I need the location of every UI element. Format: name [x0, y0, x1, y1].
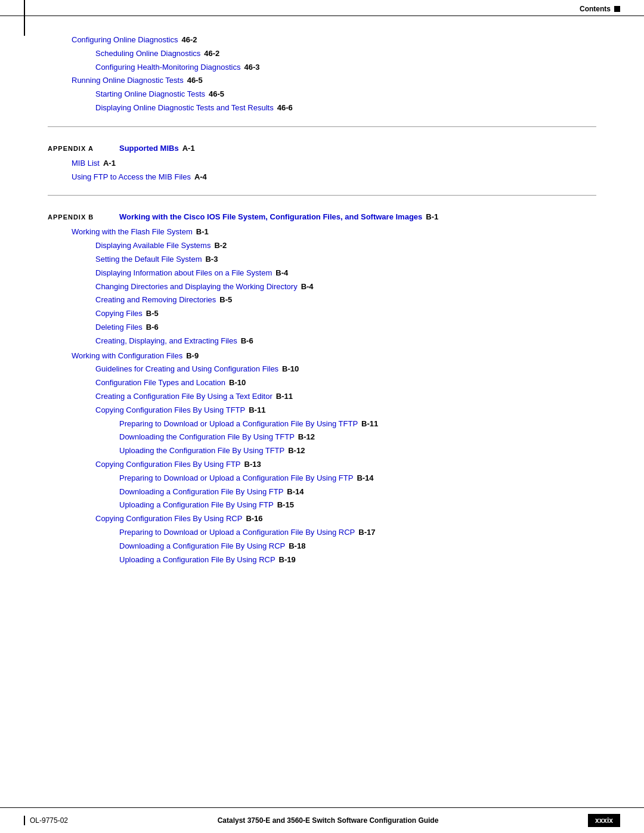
- toc-page: B-10: [282, 363, 299, 376]
- toc-entry: Configuring Health-Monitoring Diagnostic…: [48, 61, 596, 74]
- toc-link[interactable]: Preparing to Download or Upload a Config…: [119, 472, 353, 485]
- toc-link[interactable]: Creating, Displaying, and Extracting Fil…: [95, 335, 237, 348]
- toc-link[interactable]: Downloading a Configuration File By Usin…: [119, 540, 285, 553]
- top-left-line: [24, 0, 25, 36]
- footer-page-number: xxxix: [588, 814, 620, 827]
- toc-page: B-12: [298, 431, 315, 444]
- appendix-a-title[interactable]: Supported MIBs: [119, 144, 179, 153]
- toc-entry: Uploading a Configuration File By Using …: [48, 554, 596, 566]
- top-bar: Contents: [0, 0, 644, 16]
- toc-link[interactable]: Uploading a Configuration File By Using …: [119, 499, 274, 512]
- toc-link[interactable]: Downloading a Configuration File By Usin…: [119, 486, 283, 498]
- toc-page: A-4: [194, 171, 207, 184]
- toc-link[interactable]: Configuring Health-Monitoring Diagnostic…: [95, 61, 241, 74]
- toc-page: B-18: [289, 540, 305, 553]
- toc-entry: MIB List A-1: [48, 157, 596, 170]
- toc-entry: Using FTP to Access the MIB Files A-4: [48, 171, 596, 184]
- separator: [48, 126, 596, 127]
- toc-page: B-5: [146, 308, 159, 320]
- toc-link[interactable]: Preparing to Download or Upload a Config…: [119, 527, 355, 539]
- toc-entry: Uploading a Configuration File By Using …: [48, 499, 596, 512]
- toc-link[interactable]: Deleting Files: [95, 321, 143, 334]
- contents-label: Contents: [580, 5, 620, 13]
- toc-link[interactable]: Running Online Diagnostic Tests: [72, 75, 184, 87]
- toc-link[interactable]: MIB List: [72, 157, 100, 170]
- toc-page: B-6: [146, 321, 159, 334]
- toc-entry: Copying Configuration Files By Using RCP…: [48, 513, 596, 525]
- toc-page: B-15: [277, 499, 294, 512]
- toc-page: B-11: [249, 404, 265, 417]
- toc-link[interactable]: Displaying Online Diagnostic Tests and T…: [95, 102, 274, 114]
- toc-page: B-12: [288, 445, 305, 457]
- footer-guide-title: Catalyst 3750-E and 3560-E Switch Softwa…: [218, 816, 439, 825]
- toc-page: 46-3: [244, 61, 260, 74]
- toc-link[interactable]: Copying Configuration Files By Using TFT…: [95, 404, 245, 417]
- toc-link[interactable]: Working with the Flash File System: [72, 226, 193, 239]
- toc-link[interactable]: Guidelines for Creating and Using Config…: [95, 363, 278, 376]
- toc-entry: Preparing to Download or Upload a Config…: [48, 472, 596, 485]
- toc-page: B-5: [219, 294, 232, 306]
- appendix-b-row: APPENDIX B Working with the Cisco IOS Fi…: [48, 212, 596, 221]
- toc-entry: Downloading a Configuration File By Usin…: [48, 486, 596, 498]
- toc-entry: Copying Configuration Files By Using TFT…: [48, 404, 596, 417]
- toc-link[interactable]: Changing Directories and Displaying the …: [95, 281, 298, 293]
- toc-entry: Starting Online Diagnostic Tests 46-5: [48, 88, 596, 101]
- main-content: Configuring Online Diagnostics 46-2 Sche…: [0, 16, 644, 614]
- toc-page: B-11: [361, 418, 378, 431]
- toc-link[interactable]: Using FTP to Access the MIB Files: [72, 171, 191, 184]
- toc-entry: Running Online Diagnostic Tests 46-5: [48, 75, 596, 87]
- toc-page: B-4: [301, 281, 314, 293]
- toc-entry: Creating, Displaying, and Extracting Fil…: [48, 335, 596, 348]
- toc-page: B-9: [186, 350, 199, 363]
- toc-entry: Copying Configuration Files By Using FTP…: [48, 459, 596, 471]
- toc-page: B-4: [275, 267, 288, 280]
- contents-text: Contents: [580, 5, 611, 13]
- toc-link[interactable]: Creating and Removing Directories: [95, 294, 216, 306]
- appendix-a-entries: MIB List A-1 Using FTP to Access the MIB…: [48, 157, 596, 184]
- appendix-a-row: APPENDIX A Supported MIBs A-1: [48, 144, 596, 153]
- toc-section-diagnostics: Configuring Online Diagnostics 46-2 Sche…: [48, 34, 596, 114]
- toc-page: B-11: [276, 391, 293, 403]
- toc-entry: Setting the Default File System B-3: [48, 253, 596, 266]
- toc-link[interactable]: Configuring Online Diagnostics: [72, 34, 178, 47]
- footer-right: xxxix: [588, 814, 620, 827]
- toc-page: B-16: [246, 513, 262, 525]
- footer-doc-id: OL-9775-02: [30, 816, 68, 825]
- toc-page: 46-6: [277, 102, 293, 114]
- appendix-a-label: APPENDIX A: [48, 145, 119, 152]
- toc-page: 46-5: [187, 75, 203, 87]
- toc-entry: Deleting Files B-6: [48, 321, 596, 334]
- toc-entry: Guidelines for Creating and Using Config…: [48, 363, 596, 376]
- toc-entry: Creating a Configuration File By Using a…: [48, 391, 596, 403]
- appendix-b-title[interactable]: Working with the Cisco IOS File System, …: [119, 212, 422, 221]
- toc-link[interactable]: Copying Files: [95, 308, 143, 320]
- toc-page: B-17: [358, 527, 375, 539]
- toc-entry: Creating and Removing Directories B-5: [48, 294, 596, 306]
- toc-entry: Scheduling Online Diagnostics 46-2: [48, 48, 596, 60]
- toc-link[interactable]: Starting Online Diagnostic Tests: [95, 88, 205, 101]
- toc-link[interactable]: Displaying Available File Systems: [95, 240, 210, 252]
- toc-link[interactable]: Displaying Information about Files on a …: [95, 267, 272, 280]
- toc-page: A-1: [103, 157, 116, 170]
- toc-page: B-14: [287, 486, 304, 498]
- toc-link[interactable]: Scheduling Online Diagnostics: [95, 48, 200, 60]
- toc-page: 46-2: [181, 34, 197, 47]
- appendix-a-page: A-1: [182, 144, 195, 153]
- toc-link[interactable]: Uploading the Configuration File By Usin…: [119, 445, 284, 457]
- toc-link[interactable]: Downloading the Configuration File By Us…: [119, 431, 295, 444]
- toc-entry: Downloading a Configuration File By Usin…: [48, 540, 596, 553]
- footer-left: OL-9775-02: [24, 816, 68, 825]
- toc-link[interactable]: Uploading a Configuration File By Using …: [119, 554, 275, 566]
- toc-link[interactable]: Working with Configuration Files: [72, 350, 182, 363]
- toc-link[interactable]: Creating a Configuration File By Using a…: [95, 391, 273, 403]
- toc-entry: Configuring Online Diagnostics 46-2: [48, 34, 596, 47]
- appendix-b-page: B-1: [426, 212, 438, 221]
- toc-link[interactable]: Copying Configuration Files By Using FTP: [95, 459, 241, 471]
- footer: OL-9775-02 Catalyst 3750-E and 3560-E Sw…: [0, 807, 644, 833]
- toc-entry: Displaying Available File Systems B-2: [48, 240, 596, 252]
- toc-link[interactable]: Preparing to Download or Upload a Config…: [119, 418, 358, 431]
- toc-link[interactable]: Configuration File Types and Location: [95, 377, 225, 389]
- toc-link[interactable]: Copying Configuration Files By Using RCP: [95, 513, 242, 525]
- toc-link[interactable]: Setting the Default File System: [95, 253, 202, 266]
- toc-entry: Configuration File Types and Location B-…: [48, 377, 596, 389]
